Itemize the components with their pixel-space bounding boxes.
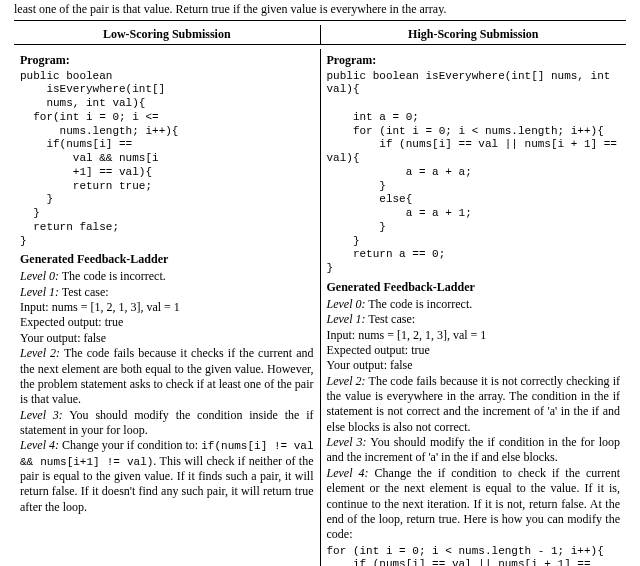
r-lvl0-text: The code is incorrect. xyxy=(368,297,472,311)
lvl0-label: Level 0: xyxy=(20,269,59,283)
code-right: public boolean isEverywhere(int[] nums, … xyxy=(327,70,621,276)
r-lvl3-label: Level 3: xyxy=(327,435,367,449)
your-line: Your output: false xyxy=(20,331,106,345)
program-label-left: Program: xyxy=(20,53,314,68)
header-right: High-Scoring Submission xyxy=(320,25,626,45)
lvl4-pre: Change your if condition to: xyxy=(62,438,201,452)
r-lvl2-text: The code fails because it is not correct… xyxy=(327,374,621,434)
r-lvl1-label: Level 1: xyxy=(327,312,366,326)
r-lvl4-label: Level 4: xyxy=(327,466,369,480)
lvl3-label: Level 3: xyxy=(20,408,63,422)
r-lvl3-text: You should modify the if condition in th… xyxy=(327,435,621,464)
r-lvl2-label: Level 2: xyxy=(327,374,366,388)
caption-top: least one of the pair is that value. Ret… xyxy=(14,2,626,18)
lvl3-text: You should modify the condition inside t… xyxy=(20,408,314,437)
r-expected-line: Expected output: true xyxy=(327,343,430,357)
input-line: Input: nums = [1, 2, 1, 3], val = 1 xyxy=(20,300,180,314)
feedback-label-right: Generated Feedback-Ladder xyxy=(327,280,621,295)
r-input-line: Input: nums = [1, 2, 1, 3], val = 1 xyxy=(327,328,487,342)
lvl2-label: Level 2: xyxy=(20,346,60,360)
program-label-right: Program: xyxy=(327,53,621,68)
header-left: Low-Scoring Submission xyxy=(14,25,320,45)
feedback-right: Level 0: The code is incorrect. Level 1:… xyxy=(327,297,621,543)
comparison-table: Low-Scoring Submission High-Scoring Subm… xyxy=(14,20,626,566)
expected-line: Expected output: true xyxy=(20,315,123,329)
r-your-line: Your output: false xyxy=(327,358,413,372)
feedback-label-left: Generated Feedback-Ladder xyxy=(20,252,314,267)
feedback-left: Level 0: The code is incorrect. Level 1:… xyxy=(20,269,314,515)
lvl2-text: The code fails because it checks if the … xyxy=(20,346,314,406)
lvl1-text: Test case: xyxy=(62,285,109,299)
code-left: public boolean isEverywhere(int[] nums, … xyxy=(20,70,314,249)
code-right-2: for (int i = 0; i < nums.length - 1; i++… xyxy=(327,545,621,566)
page: least one of the pair is that value. Ret… xyxy=(0,0,640,566)
lvl1-label: Level 1: xyxy=(20,285,59,299)
lvl0-text: The code is incorrect. xyxy=(62,269,166,283)
r-lvl0-label: Level 0: xyxy=(327,297,366,311)
r-lvl4-text: Change the if condition to check if the … xyxy=(327,466,621,541)
lvl4-label: Level 4: xyxy=(20,438,59,452)
r-lvl1-text: Test case: xyxy=(368,312,415,326)
